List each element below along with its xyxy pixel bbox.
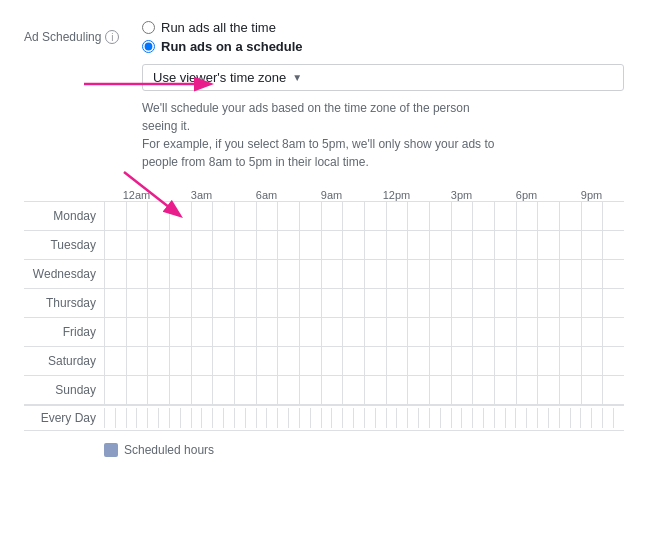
- grid-cell[interactable]: [234, 231, 256, 259]
- grid-cell[interactable]: [581, 231, 603, 259]
- every-day-cell[interactable]: [483, 408, 494, 428]
- grid-cell[interactable]: [191, 260, 213, 288]
- grid-cell[interactable]: [277, 318, 299, 346]
- every-day-cell[interactable]: [505, 408, 516, 428]
- grid-cell[interactable]: [494, 260, 516, 288]
- grid-cell[interactable]: [472, 260, 494, 288]
- grid-cell[interactable]: [559, 376, 581, 404]
- grid-cell[interactable]: [169, 202, 191, 230]
- grid-cell[interactable]: [342, 289, 364, 317]
- grid-cell[interactable]: [212, 376, 234, 404]
- grid-cell[interactable]: [342, 318, 364, 346]
- day-cells[interactable]: [104, 260, 624, 288]
- grid-cell[interactable]: [386, 318, 408, 346]
- grid-cell[interactable]: [429, 231, 451, 259]
- grid-cell[interactable]: [537, 260, 559, 288]
- grid-cell[interactable]: [299, 231, 321, 259]
- grid-cell[interactable]: [364, 318, 386, 346]
- grid-cell[interactable]: [451, 289, 473, 317]
- day-cells[interactable]: [104, 318, 624, 346]
- grid-cell[interactable]: [126, 376, 148, 404]
- grid-cell[interactable]: [147, 231, 169, 259]
- grid-cell[interactable]: [602, 260, 624, 288]
- grid-cell[interactable]: [537, 318, 559, 346]
- every-day-cell[interactable]: [299, 408, 310, 428]
- grid-cell[interactable]: [602, 202, 624, 230]
- grid-cell[interactable]: [212, 260, 234, 288]
- every-day-cell[interactable]: [321, 408, 332, 428]
- every-day-cell[interactable]: [353, 408, 364, 428]
- every-day-cell[interactable]: [288, 408, 299, 428]
- every-day-cell[interactable]: [461, 408, 472, 428]
- grid-cell[interactable]: [299, 289, 321, 317]
- day-cells[interactable]: [104, 202, 624, 230]
- every-day-cell[interactable]: [364, 408, 375, 428]
- grid-cell[interactable]: [581, 318, 603, 346]
- grid-cell[interactable]: [516, 347, 538, 375]
- grid-cell[interactable]: [234, 260, 256, 288]
- grid-cell[interactable]: [516, 289, 538, 317]
- grid-cell[interactable]: [386, 231, 408, 259]
- grid-cell[interactable]: [581, 260, 603, 288]
- grid-cell[interactable]: [256, 289, 278, 317]
- grid-cell[interactable]: [169, 289, 191, 317]
- day-cells[interactable]: [104, 289, 624, 317]
- grid-cell[interactable]: [472, 202, 494, 230]
- grid-cell[interactable]: [407, 289, 429, 317]
- grid-cell[interactable]: [126, 318, 148, 346]
- grid-cell[interactable]: [451, 347, 473, 375]
- grid-cell[interactable]: [321, 376, 343, 404]
- every-day-cell[interactable]: [548, 408, 559, 428]
- grid-cell[interactable]: [451, 202, 473, 230]
- grid-cell[interactable]: [234, 318, 256, 346]
- every-day-cell[interactable]: [515, 408, 526, 428]
- grid-cell[interactable]: [494, 289, 516, 317]
- grid-cell[interactable]: [234, 347, 256, 375]
- grid-cell[interactable]: [169, 318, 191, 346]
- every-day-cell[interactable]: [245, 408, 256, 428]
- grid-cell[interactable]: [234, 202, 256, 230]
- every-day-cell[interactable]: [126, 408, 137, 428]
- grid-cell[interactable]: [104, 347, 126, 375]
- every-day-cell[interactable]: [277, 408, 288, 428]
- grid-cell[interactable]: [342, 347, 364, 375]
- grid-cell[interactable]: [212, 289, 234, 317]
- grid-cell[interactable]: [364, 376, 386, 404]
- grid-cell[interactable]: [147, 289, 169, 317]
- grid-cell[interactable]: [516, 202, 538, 230]
- grid-cell[interactable]: [537, 347, 559, 375]
- grid-cell[interactable]: [494, 231, 516, 259]
- grid-cell[interactable]: [559, 347, 581, 375]
- grid-cell[interactable]: [364, 289, 386, 317]
- grid-cell[interactable]: [581, 376, 603, 404]
- grid-cell[interactable]: [256, 318, 278, 346]
- day-cells[interactable]: [104, 376, 624, 404]
- grid-cell[interactable]: [191, 289, 213, 317]
- grid-cell[interactable]: [321, 318, 343, 346]
- grid-cell[interactable]: [191, 318, 213, 346]
- grid-cell[interactable]: [364, 347, 386, 375]
- run-all-time-label[interactable]: Run ads all the time: [161, 20, 276, 35]
- grid-cell[interactable]: [516, 376, 538, 404]
- grid-cell[interactable]: [494, 202, 516, 230]
- grid-cell[interactable]: [191, 202, 213, 230]
- grid-cell[interactable]: [191, 347, 213, 375]
- grid-cell[interactable]: [537, 202, 559, 230]
- grid-cell[interactable]: [169, 231, 191, 259]
- every-day-cell[interactable]: [331, 408, 342, 428]
- grid-cell[interactable]: [104, 289, 126, 317]
- info-icon[interactable]: i: [105, 30, 119, 44]
- grid-cell[interactable]: [602, 318, 624, 346]
- every-day-cell[interactable]: [158, 408, 169, 428]
- grid-cell[interactable]: [494, 376, 516, 404]
- every-day-cell[interactable]: [570, 408, 581, 428]
- timezone-dropdown[interactable]: Use viewer's time zone ▼: [142, 64, 624, 91]
- day-cells[interactable]: [104, 347, 624, 375]
- grid-cell[interactable]: [472, 231, 494, 259]
- every-day-cell[interactable]: [418, 408, 429, 428]
- grid-cell[interactable]: [212, 347, 234, 375]
- grid-cell[interactable]: [581, 202, 603, 230]
- grid-cell[interactable]: [321, 260, 343, 288]
- grid-cell[interactable]: [451, 231, 473, 259]
- grid-cell[interactable]: [321, 231, 343, 259]
